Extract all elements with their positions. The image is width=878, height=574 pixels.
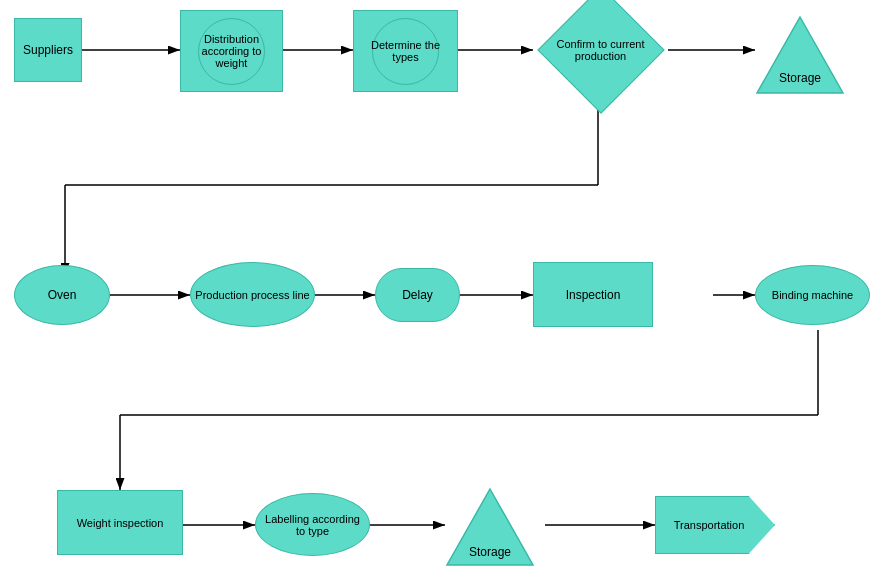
storage1-node: Storage [755, 5, 845, 95]
oven-node: Oven [14, 265, 110, 325]
inspection-node: Inspection [533, 262, 653, 327]
distribution-node: Distribution according to weight [180, 10, 283, 92]
delay-node: Delay [375, 268, 460, 322]
storage2-node: Storage [445, 482, 535, 567]
labelling-node: Labelling according to type [255, 493, 370, 556]
transportation-node: Transportation [655, 495, 775, 555]
weight-inspection-node: Weight inspection [57, 490, 183, 555]
flowchart: Suppliers Distribution according to weig… [0, 0, 878, 574]
production-node: Production process line [190, 262, 315, 327]
confirm-node: Confirm to current production [533, 5, 668, 95]
suppliers-node: Suppliers [14, 18, 82, 82]
determine-node: Determine the types [353, 10, 458, 92]
binding-node: Binding machine [755, 265, 870, 325]
